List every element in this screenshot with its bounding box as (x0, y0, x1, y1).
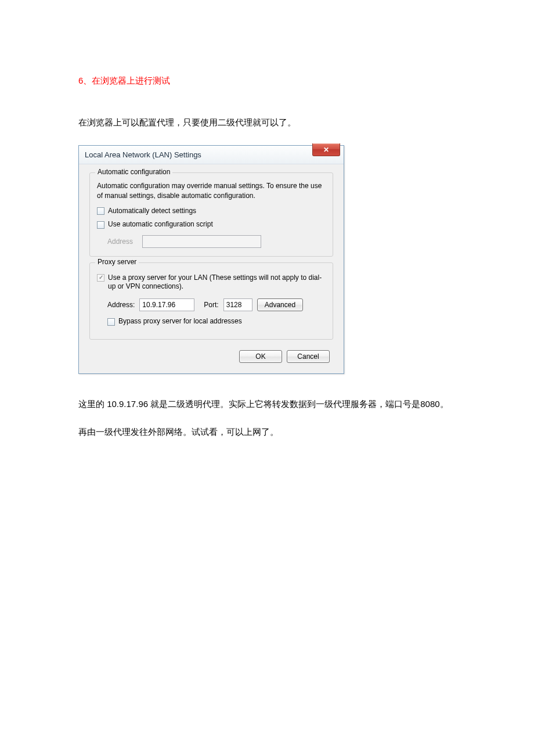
auto-address-row: Address (97, 235, 326, 248)
section-heading: 6、在浏览器上进行测试 (78, 75, 456, 87)
close-icon: ✕ (323, 146, 329, 154)
bypass-row: Bypass proxy server for local addresses (97, 317, 326, 326)
dialog-body: Automatic configuration Automatic config… (79, 164, 344, 373)
advanced-button[interactable]: Advanced (257, 298, 303, 311)
auto-script-row: Use automatic configuration script (97, 220, 326, 229)
dialog-footer: OK Cancel (89, 345, 333, 365)
auto-detect-row: Automatically detect settings (97, 207, 326, 216)
proxy-port-label: Port: (204, 301, 218, 309)
auto-script-checkbox[interactable] (97, 221, 104, 229)
proxy-legend: Proxy server (95, 258, 139, 266)
proxy-use-row: Use a proxy server for your LAN (These s… (97, 273, 326, 291)
bypass-label: Bypass proxy server for local addresses (118, 317, 326, 326)
proxy-use-label: Use a proxy server for your LAN (These s… (108, 273, 326, 291)
lan-settings-dialog: Local Area Network (LAN) Settings ✕ Auto… (78, 145, 344, 374)
dialog-titlebar: Local Area Network (LAN) Settings ✕ (79, 146, 344, 164)
bypass-checkbox[interactable] (107, 318, 115, 326)
proxy-address-input[interactable] (139, 298, 194, 311)
proxy-address-label: Address: (107, 301, 135, 309)
conclusion-paragraph: 这里的 10.9.17.96 就是二级透明代理。实际上它将转发数据到一级代理服务… (78, 390, 456, 446)
proxy-use-checkbox[interactable] (97, 274, 104, 282)
proxy-port-input[interactable] (223, 298, 252, 311)
auto-detect-checkbox[interactable] (97, 207, 104, 215)
auto-detect-label: Automatically detect settings (108, 207, 326, 216)
proxy-address-row: Address: Port: Advanced (97, 298, 326, 311)
auto-address-label: Address (107, 237, 142, 246)
ok-button[interactable]: OK (239, 350, 282, 363)
intro-paragraph: 在浏览器上可以配置代理，只要使用二级代理就可以了。 (78, 111, 456, 134)
auto-address-input (142, 235, 261, 248)
dialog-title: Local Area Network (LAN) Settings (85, 150, 338, 159)
auto-description: Automatic configuration may override man… (97, 181, 326, 201)
automatic-configuration-group: Automatic configuration Automatic config… (89, 172, 333, 257)
proxy-server-group: Proxy server Use a proxy server for your… (89, 262, 333, 340)
auto-legend: Automatic configuration (95, 168, 172, 176)
cancel-button[interactable]: Cancel (287, 350, 330, 363)
close-button[interactable]: ✕ (312, 143, 340, 156)
auto-script-label: Use automatic configuration script (108, 220, 326, 229)
